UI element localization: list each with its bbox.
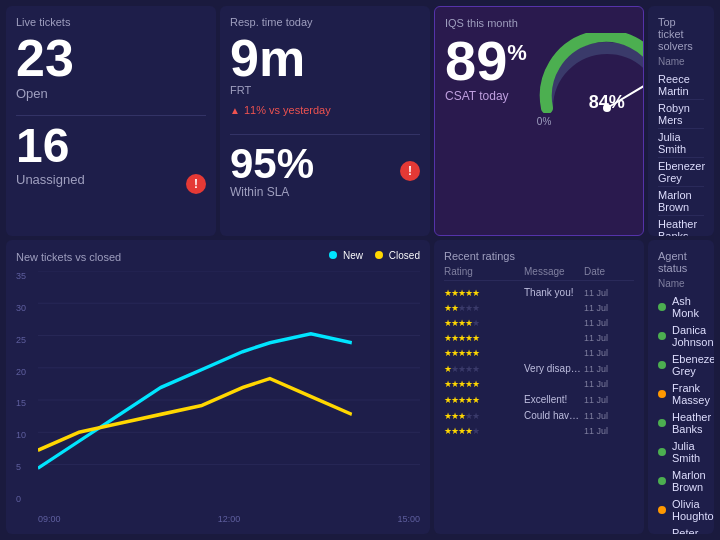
sla-label: Within SLA xyxy=(230,185,314,199)
status-dot-online xyxy=(658,332,666,340)
rating-date: 11 Jul xyxy=(584,364,634,374)
y-axis-labels: 35302520151050 xyxy=(16,271,36,504)
y-axis-label: 35 xyxy=(16,271,36,281)
solver-name: Ebenezer Grey xyxy=(658,158,704,187)
status-dot-online xyxy=(658,361,666,369)
status-dot-away xyxy=(658,506,666,514)
star-rating: ★★★★★ xyxy=(444,318,524,328)
star-rating: ★★★★★ xyxy=(444,303,524,313)
resp-time-card: Resp. time today 9m FRT ▲ 11% vs yesterd… xyxy=(220,6,430,236)
star-rating: ★★★★★ xyxy=(444,411,524,421)
solver-name: Julia Smith xyxy=(658,129,704,158)
iqs-card: IQS this month 89% CSAT today xyxy=(434,6,644,236)
agent-name: Danica Johnson xyxy=(672,324,714,348)
agent-row: Heather Banks xyxy=(658,409,704,438)
rating-date: 11 Jul xyxy=(584,379,634,389)
agent-name: Heather Banks xyxy=(672,411,711,435)
chart-area: 35302520151050 09:0012:0015:00 xyxy=(16,271,420,524)
chart-svg-wrapper xyxy=(38,271,420,504)
agent-row: Ebenezer Grey xyxy=(658,351,704,380)
rating-col-header: Rating xyxy=(444,266,524,277)
rating-row: ★★★★★11 Jul xyxy=(444,301,634,316)
agent-row: Julia Smith xyxy=(658,438,704,467)
rating-row: ★★★★★Excellent!11 Jul xyxy=(444,392,634,408)
top-solvers-title: Top ticket solvers xyxy=(658,16,704,52)
agent-list: Ash MonkDanica JohnsonEbenezer GreyFrank… xyxy=(658,293,704,534)
agent-status-title: Agent status xyxy=(658,250,704,274)
x-axis-label: 12:00 xyxy=(218,514,241,524)
resp-time-title: Resp. time today xyxy=(230,16,420,28)
rating-date: 11 Jul xyxy=(584,318,634,328)
date-col-header: Date xyxy=(584,266,634,277)
y-axis-label: 25 xyxy=(16,335,36,345)
agent-name: Ebenezer Grey xyxy=(672,353,714,377)
agent-row: Frank Massey xyxy=(658,380,704,409)
iqs-percent: 89% xyxy=(445,33,527,89)
gauge-percent-center: 84% xyxy=(589,92,625,113)
agent-name: Ash Monk xyxy=(672,295,704,319)
rating-message: Very disappointed with service xyxy=(524,363,584,374)
gauge-min-label: 0% xyxy=(537,116,551,127)
rating-row: ★★★★★Very disappointed with service11 Ju… xyxy=(444,361,634,377)
legend-new-label: New xyxy=(343,250,363,261)
iqs-title: IQS this month xyxy=(445,17,633,29)
frt-value: 9m xyxy=(230,32,420,84)
rating-date: 11 Jul xyxy=(584,426,634,436)
star-rating: ★★★★★ xyxy=(444,395,524,405)
top-solvers-card: Top ticket solvers Name Reece MartinRoby… xyxy=(648,6,714,236)
agent-row: Marlon Brown xyxy=(658,467,704,496)
agent-name: Julia Smith xyxy=(672,440,704,464)
star-rating: ★★★★★ xyxy=(444,364,524,374)
x-axis-label: 15:00 xyxy=(397,514,420,524)
rating-row: ★★★★★11 Jul xyxy=(444,331,634,346)
sla-value: 95% xyxy=(230,143,314,185)
ratings-header: Rating Message Date xyxy=(444,266,634,281)
agent-name: Marlon Brown xyxy=(672,469,706,493)
agent-name: Frank Massey xyxy=(672,382,710,406)
trend-arrow-icon: ▲ xyxy=(230,105,240,116)
agent-row: Peter Mitchell xyxy=(658,525,704,534)
star-rating: ★★★★★ xyxy=(444,348,524,358)
rating-date: 11 Jul xyxy=(584,333,634,343)
legend-closed-dot xyxy=(375,251,383,259)
legend-new-dot xyxy=(329,251,337,259)
solver-name: Heather Banks xyxy=(658,216,704,236)
unassigned-label: Unassigned xyxy=(16,172,85,187)
agent-name: Olivia Houghton xyxy=(672,498,714,522)
rating-row: ★★★★★11 Jul xyxy=(444,377,634,392)
y-axis-label: 5 xyxy=(16,462,36,472)
rating-row: ★★★★★Could have been quicker to re...11 … xyxy=(444,408,634,424)
chart-title: New tickets vs closed xyxy=(16,251,121,263)
legend-new: New xyxy=(329,250,363,261)
unassigned-alert-badge: ! xyxy=(186,174,206,194)
status-dot-online xyxy=(658,448,666,456)
rating-row: ★★★★★11 Jul xyxy=(444,346,634,361)
rating-row: ★★★★★Thank you!11 Jul xyxy=(444,285,634,301)
frt-label: FRT xyxy=(230,84,420,96)
y-axis-label: 30 xyxy=(16,303,36,313)
legend-closed-label: Closed xyxy=(389,250,420,261)
rating-date: 11 Jul xyxy=(584,395,634,405)
solver-name: Marlon Brown xyxy=(658,187,704,216)
agent-name: Peter Mitchell xyxy=(672,527,709,534)
recent-ratings-title: Recent ratings xyxy=(444,250,634,262)
rating-row: ★★★★★11 Jul xyxy=(444,316,634,331)
star-rating: ★★★★★ xyxy=(444,426,524,436)
y-axis-label: 0 xyxy=(16,494,36,504)
legend-closed: Closed xyxy=(375,250,420,261)
iqs-csat-label: CSAT today xyxy=(445,89,527,103)
star-rating: ★★★★★ xyxy=(444,288,524,298)
agent-row: Danica Johnson xyxy=(658,322,704,351)
x-axis-labels: 09:0012:0015:00 xyxy=(38,514,420,524)
rating-message: Thank you! xyxy=(524,287,584,298)
gauge-container: 0% 100% 84% xyxy=(537,33,644,113)
agent-row: Ash Monk xyxy=(658,293,704,322)
solver-name: Robyn Mers xyxy=(658,100,704,129)
ratings-list: ★★★★★Thank you!11 Jul★★★★★11 Jul★★★★★11 … xyxy=(444,285,634,439)
rating-date: 11 Jul xyxy=(584,303,634,313)
y-axis-label: 15 xyxy=(16,398,36,408)
solver-name: Reece Martin xyxy=(658,71,704,100)
rating-date: 11 Jul xyxy=(584,411,634,421)
open-label: Open xyxy=(16,86,206,101)
status-dot-online xyxy=(658,477,666,485)
